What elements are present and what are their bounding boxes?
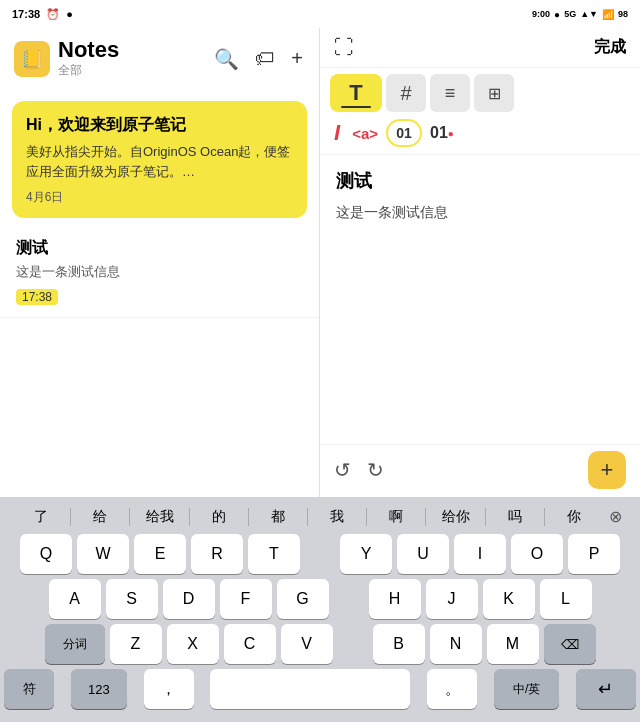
key-V[interactable]: V — [281, 624, 333, 664]
format-row-1: T # ≡ ⊞ — [330, 74, 630, 112]
done-button[interactable]: 完成 — [594, 37, 626, 58]
format-dot-button[interactable]: 01● — [430, 124, 454, 142]
test-note-body: 这是一条测试信息 — [16, 263, 303, 281]
status-bar: 17:38 ⏰ ● 9:00 ● 5G ▲▼ 📶 98 — [0, 0, 640, 28]
signal-text: 9:00 — [532, 9, 550, 19]
format-list-button[interactable]: ≡ — [430, 74, 470, 112]
suggestion-delete-button[interactable]: ⊗ — [603, 507, 628, 526]
enter-button[interactable]: ↵ — [576, 669, 636, 709]
editor-content[interactable]: 测试 这是一条测试信息 — [320, 155, 640, 444]
format-angle-button[interactable]: <a> — [352, 125, 378, 142]
space-button[interactable] — [210, 669, 410, 709]
suggestion-7[interactable]: 给你 — [426, 508, 484, 526]
arrows-icon: ▲▼ — [580, 9, 598, 19]
numbers-button[interactable]: 123 — [71, 669, 127, 709]
key-M[interactable]: M — [487, 624, 539, 664]
tag-button[interactable]: 🏷 — [253, 45, 277, 72]
notes-app-title: Notes — [58, 38, 212, 62]
redo-button[interactable]: ↻ — [367, 458, 384, 482]
format-title-button[interactable]: T — [330, 74, 382, 112]
note-card-test[interactable]: 测试 这是一条测试信息 17:38 — [0, 226, 319, 318]
suggestion-4[interactable]: 都 — [249, 508, 307, 526]
test-note-time: 17:38 — [16, 289, 58, 305]
key-R[interactable]: R — [191, 534, 243, 574]
main-area: 📒 Notes 全部 🔍 🏷 + Hi，欢迎来到原子笔记 美好从指尖开始。自Or… — [0, 28, 640, 497]
symbols-button[interactable]: 符 — [4, 669, 54, 709]
alarm-icon: ⏰ — [46, 8, 60, 21]
key-B[interactable]: B — [373, 624, 425, 664]
key-Z[interactable]: Z — [110, 624, 162, 664]
key-T[interactable]: T — [248, 534, 300, 574]
note-editor-panel: ⛶ 完成 T # ≡ ⊞ I — [320, 28, 640, 497]
key-S[interactable]: S — [106, 579, 158, 619]
key-D[interactable]: D — [163, 579, 215, 619]
welcome-note-title: Hi，欢迎来到原子笔记 — [26, 115, 293, 136]
key-K[interactable]: K — [483, 579, 535, 619]
keyboard-row-2: A S D F G H J K L — [4, 579, 636, 619]
key-Y[interactable]: Y — [340, 534, 392, 574]
key-X[interactable]: X — [167, 624, 219, 664]
status-right: 9:00 ● 5G ▲▼ 📶 98 — [532, 9, 628, 20]
notes-app-icon: 📒 — [14, 41, 50, 77]
add-content-button[interactable]: + — [588, 451, 626, 489]
key-E[interactable]: E — [134, 534, 186, 574]
editor-header: ⛶ 完成 — [320, 28, 640, 68]
suggestion-6[interactable]: 啊 — [367, 508, 425, 526]
status-time: 17:38 ⏰ ● — [12, 8, 73, 21]
undo-redo-group: ↺ ↻ — [334, 458, 384, 482]
key-H[interactable]: H — [369, 579, 421, 619]
format-italic-button[interactable]: I — [330, 118, 344, 148]
format-table-button[interactable]: ⊞ — [474, 74, 514, 112]
notes-header: 📒 Notes 全部 🔍 🏷 + — [0, 28, 319, 85]
time-display: 17:38 — [12, 8, 40, 20]
format-toolbar: T # ≡ ⊞ I <a> — [320, 68, 640, 155]
key-I[interactable]: I — [454, 534, 506, 574]
suggestion-3[interactable]: 的 — [190, 508, 248, 526]
keyboard-gap — [305, 534, 335, 574]
backspace-button[interactable]: ⌫ — [544, 624, 596, 664]
keyboard-gap-3 — [338, 624, 368, 664]
format-row-2: I <a> 01 01● — [330, 116, 630, 150]
notes-list: Hi，欢迎来到原子笔记 美好从指尖开始。自OriginOS Ocean起，便签应… — [0, 85, 319, 497]
search-button[interactable]: 🔍 — [212, 45, 241, 73]
suggestion-1[interactable]: 给 — [71, 508, 129, 526]
suggestion-8[interactable]: 吗 — [486, 508, 544, 526]
key-Q[interactable]: Q — [20, 534, 72, 574]
language-button[interactable]: 中/英 — [494, 669, 559, 709]
undo-button[interactable]: ↺ — [334, 458, 351, 482]
key-W[interactable]: W — [77, 534, 129, 574]
key-L[interactable]: L — [540, 579, 592, 619]
location-icon: ● — [66, 8, 73, 20]
header-actions: 🔍 🏷 + — [212, 45, 305, 73]
comma-button[interactable]: ， — [144, 669, 194, 709]
key-F[interactable]: F — [220, 579, 272, 619]
notes-title-group: Notes 全部 — [58, 38, 212, 79]
suggestion-2[interactable]: 给我 — [130, 508, 188, 526]
key-P[interactable]: P — [568, 534, 620, 574]
format-ordered-button[interactable]: 01 — [386, 119, 422, 147]
dot-icon: ● — [554, 9, 560, 20]
keyboard-row-4: 符 123 ， 。 中/英 ↵ — [4, 669, 636, 709]
expand-button[interactable]: ⛶ — [334, 36, 354, 59]
key-J[interactable]: J — [426, 579, 478, 619]
suggestion-0[interactable]: 了 — [12, 508, 70, 526]
key-O[interactable]: O — [511, 534, 563, 574]
key-N[interactable]: N — [430, 624, 482, 664]
note-card-welcome[interactable]: Hi，欢迎来到原子笔记 美好从指尖开始。自OriginOS Ocean起，便签应… — [12, 101, 307, 218]
suggestion-9[interactable]: 你 — [545, 508, 603, 526]
shift-button[interactable]: 分词 — [45, 624, 105, 664]
key-U[interactable]: U — [397, 534, 449, 574]
test-note-title: 测试 — [16, 238, 303, 259]
key-G[interactable]: G — [277, 579, 329, 619]
period-button[interactable]: 。 — [427, 669, 477, 709]
suggestion-bar: 了 给 给我 的 都 我 啊 给你 吗 你 ⊗ — [4, 503, 636, 530]
key-A[interactable]: A — [49, 579, 101, 619]
5g-icon: 5G — [564, 9, 576, 19]
key-C[interactable]: C — [224, 624, 276, 664]
notes-app-subtitle: 全部 — [58, 62, 212, 79]
suggestion-5[interactable]: 我 — [308, 508, 366, 526]
battery-icon: 98 — [618, 9, 628, 19]
add-note-button[interactable]: + — [289, 45, 305, 72]
format-hash-button[interactable]: # — [386, 74, 426, 112]
welcome-note-date: 4月6日 — [26, 189, 293, 206]
